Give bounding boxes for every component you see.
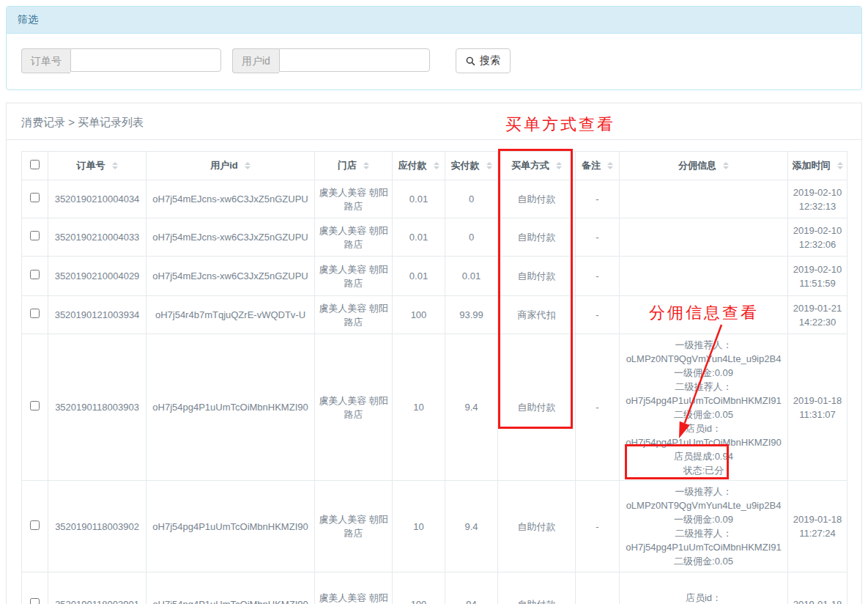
table-row: 3520190118003901oH7j54pg4P1uUmTcOiMbnHKM… xyxy=(22,572,847,604)
records-table: 订单号用户id门店应付款实付款买单方式备注分佣信息添加时间 3520190210… xyxy=(21,151,847,604)
commission-line: 状态:已分 xyxy=(623,463,784,477)
column-header-label: 买单方式 xyxy=(511,159,549,172)
cell-order_no: 3520190118003902 xyxy=(48,481,146,572)
sort-carets-icon[interactable] xyxy=(607,162,613,169)
sort-asc-icon xyxy=(607,162,613,165)
cell-commission xyxy=(620,257,788,296)
select-all-checkbox[interactable] xyxy=(30,160,40,169)
cell-added_time: 2019-01-18 11:31:07 xyxy=(788,334,847,481)
column-header-added_time[interactable]: 添加时间 xyxy=(788,152,847,180)
cell-order_no: 3520190118003901 xyxy=(48,572,146,604)
filter-panel-title: 筛选 xyxy=(7,7,861,34)
cell-commission: 一级推荐人：oLMPz0NT9QgVmYun4Lte_u9ip2B4一级佣金:0… xyxy=(620,334,788,481)
select-all-header-cell xyxy=(22,152,48,180)
sort-asc-icon xyxy=(363,162,369,165)
table-row: 3520190118003903oH7j54pg4P1uUmTcOiMbnHKM… xyxy=(22,334,847,481)
sort-carets-icon[interactable] xyxy=(556,162,562,169)
sort-asc-icon xyxy=(556,162,562,165)
commission-line: 二级推荐人： xyxy=(623,380,784,394)
cell-checkbox xyxy=(22,180,48,218)
cell-store: 虞美人美容 朝阳路店 xyxy=(315,481,393,572)
sort-asc-icon xyxy=(112,162,118,165)
column-header-remark[interactable]: 备注 xyxy=(576,152,620,180)
commission-line: oH7j54pg4P1uUmTcOiMbnHKMZI91 xyxy=(623,394,784,408)
page: 筛选 订单号 用户id 搜索 消费记录 > 买单记录列表 xyxy=(0,0,868,604)
search-icon xyxy=(466,56,475,66)
cell-checkbox xyxy=(22,572,48,604)
cell-user_id: oH7j54pg4P1uUmTcOiMbnHKMZI90 xyxy=(146,572,315,604)
cell-payable: 100 xyxy=(393,572,445,604)
cell-payable: 0.01 xyxy=(393,218,445,257)
table-row: 3520190118003902oH7j54pg4P1uUmTcOiMbnHKM… xyxy=(22,481,847,572)
cell-commission: 一级推荐人：oLMPz0NT9QgVmYun4Lte_u9ip2B4一级佣金:0… xyxy=(620,481,788,572)
commission-line: 店员提成:0.94 xyxy=(623,449,784,463)
cell-commission xyxy=(620,180,788,218)
cell-store: 虞美人美容 朝阳路店 xyxy=(315,218,393,257)
sort-desc-icon xyxy=(556,166,562,169)
row-checkbox[interactable] xyxy=(30,598,40,604)
row-checkbox[interactable] xyxy=(30,309,40,318)
cell-commission: 店员id：oH7j54pg4P1uUmTcOiMbnHKMZI90 xyxy=(620,572,788,604)
column-header-label: 应付款 xyxy=(398,159,427,172)
row-checkbox[interactable] xyxy=(30,520,40,530)
column-header-label: 添加时间 xyxy=(793,159,831,172)
cell-user_id: oH7j54pg4P1uUmTcOiMbnHKMZI90 xyxy=(146,481,315,572)
cell-pay_method: 自助付款 xyxy=(498,334,576,481)
cell-paid: 0 xyxy=(445,180,498,218)
sort-carets-icon[interactable] xyxy=(723,162,729,169)
sort-carets-icon[interactable] xyxy=(486,162,492,169)
commission-line: 一级佣金:0.09 xyxy=(623,366,784,380)
cell-commission xyxy=(620,296,788,334)
row-checkbox[interactable] xyxy=(30,193,40,202)
row-checkbox[interactable] xyxy=(30,231,40,240)
user-id-input[interactable] xyxy=(279,48,430,72)
sort-asc-icon xyxy=(837,162,843,165)
column-header-pay_method[interactable]: 买单方式 xyxy=(498,152,576,180)
user-id-label: 用户id xyxy=(232,48,279,73)
sort-asc-icon xyxy=(723,162,729,165)
order-no-label: 订单号 xyxy=(21,48,70,73)
cell-pay_method: 自助付款 xyxy=(498,218,576,257)
cell-remark: - xyxy=(576,481,620,572)
cell-order_no: 3520190121003934 xyxy=(48,296,146,334)
column-header-order_no[interactable]: 订单号 xyxy=(48,152,146,180)
sort-carets-icon[interactable] xyxy=(245,162,251,169)
cell-checkbox xyxy=(22,296,48,334)
sort-carets-icon[interactable] xyxy=(837,162,843,169)
column-header-label: 门店 xyxy=(338,159,357,172)
column-header-label: 用户id xyxy=(210,159,238,172)
table-row: 3520190121003934oH7j54r4b7mTqjuQZrE-vWQD… xyxy=(22,296,847,334)
column-header-store[interactable]: 门店 xyxy=(315,152,393,180)
cell-payable: 0.01 xyxy=(393,257,445,296)
order-no-input[interactable] xyxy=(70,48,221,72)
sort-desc-icon xyxy=(434,166,439,169)
column-header-commission[interactable]: 分佣信息 xyxy=(620,152,788,180)
commission-line: 一级推荐人： xyxy=(623,338,784,352)
cell-added_time: 2019-02-10 11:51:59 xyxy=(788,257,847,296)
sort-desc-icon xyxy=(723,166,729,169)
cell-order_no: 3520190118003903 xyxy=(48,334,146,481)
sort-carets-icon[interactable] xyxy=(363,162,369,169)
cell-pay_method: 自助付款 xyxy=(498,481,576,572)
column-header-paid[interactable]: 实付款 xyxy=(445,152,498,180)
sort-carets-icon[interactable] xyxy=(434,162,439,169)
content-panel: 消费记录 > 买单记录列表 订单号用户id门店应付款实付款买单方式备注分佣信息添… xyxy=(6,103,862,604)
column-header-payable[interactable]: 应付款 xyxy=(393,152,445,180)
column-header-user_id[interactable]: 用户id xyxy=(146,152,315,180)
cell-payable: 10 xyxy=(393,481,445,572)
commission-line: 一级推荐人： xyxy=(623,485,784,498)
cell-order_no: 3520190210004034 xyxy=(48,180,146,218)
breadcrumb[interactable]: 消费记录 > 买单记录列表 xyxy=(7,103,861,140)
order-no-filter-group: 订单号 xyxy=(21,48,221,73)
cell-user_id: oH7j54r4b7mTqjuQZrE-vWQDTv-U xyxy=(146,296,315,334)
row-checkbox[interactable] xyxy=(30,401,40,410)
cell-added_time: 2019-01-18 xyxy=(788,572,847,604)
cell-paid: 93.99 xyxy=(445,296,498,334)
cell-checkbox xyxy=(22,481,48,572)
sort-carets-icon[interactable] xyxy=(112,162,118,169)
cell-store: 虞美人美容 朝阳路店 xyxy=(315,180,393,218)
search-button[interactable]: 搜索 xyxy=(456,48,511,73)
cell-paid: 0 xyxy=(445,218,498,257)
cell-store: 虞美人美容 朝阳路店 xyxy=(315,296,393,334)
row-checkbox[interactable] xyxy=(30,270,40,279)
